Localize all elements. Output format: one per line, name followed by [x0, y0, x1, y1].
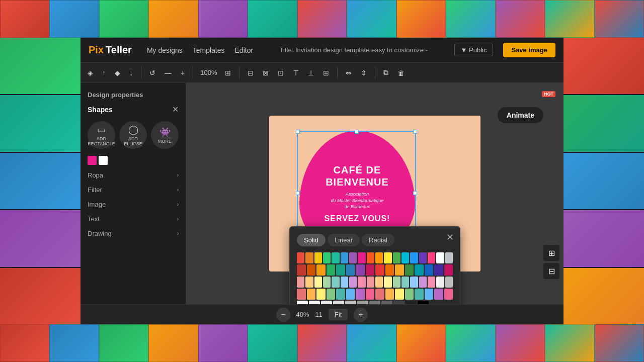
- toolbar-delete[interactable]: 🗑: [394, 67, 408, 79]
- toolbar-align-left[interactable]: ⊟: [245, 67, 257, 79]
- zoom-fit-button[interactable]: Fit: [329, 309, 348, 320]
- toolbar-up-icon[interactable]: ↑: [99, 67, 109, 79]
- color-swatch[interactable]: [346, 264, 355, 276]
- toolbar-diamond-icon[interactable]: ◆: [112, 67, 123, 79]
- color-swatch[interactable]: [405, 264, 414, 276]
- zoom-in-button[interactable]: +: [354, 308, 368, 322]
- color-swatch[interactable]: [434, 264, 443, 276]
- toolbar-rotate-icon[interactable]: ↺: [146, 67, 158, 79]
- toolbar-plus-icon[interactable]: +: [178, 67, 188, 79]
- nav-editor[interactable]: Editor: [235, 46, 254, 54]
- toolbar-minus-icon[interactable]: —: [162, 67, 175, 79]
- color-swatch[interactable]: [307, 289, 316, 300]
- color-swatch[interactable]: [356, 289, 365, 300]
- color-swatch[interactable]: [401, 252, 409, 263]
- color-swatch[interactable]: [336, 289, 345, 300]
- panel-item-text[interactable]: Text ›: [80, 212, 186, 226]
- color-swatch[interactable]: [357, 301, 368, 304]
- color-swatch[interactable]: [323, 252, 331, 263]
- color-swatch[interactable]: [406, 301, 417, 304]
- shapes-close-icon[interactable]: ✕: [172, 105, 179, 114]
- color-swatch[interactable]: [393, 301, 405, 304]
- canvas-area[interactable]: CAFÉ DE BIENVENUE Association du Master …: [186, 83, 564, 304]
- color-swatch[interactable]: [349, 252, 357, 263]
- toolbar-down-icon[interactable]: ↓: [126, 67, 136, 79]
- panel-item-image[interactable]: Image ›: [80, 197, 186, 212]
- color-swatch[interactable]: [395, 264, 404, 276]
- color-swatch[interactable]: [323, 277, 331, 288]
- resize-contract-button[interactable]: ⊟: [543, 263, 559, 279]
- tab-solid[interactable]: Solid: [297, 234, 326, 246]
- toolbar-group[interactable]: ⧉: [380, 66, 391, 79]
- animate-button[interactable]: Animate: [498, 107, 543, 123]
- popup-close-button[interactable]: ✕: [446, 232, 454, 243]
- color-swatch[interactable]: [425, 264, 434, 276]
- color-swatch[interactable]: [375, 277, 383, 288]
- zoom-out-button[interactable]: −: [276, 308, 290, 322]
- color-swatch[interactable]: [434, 289, 443, 300]
- tab-radial[interactable]: Radial: [362, 234, 394, 246]
- color-swatch[interactable]: [346, 289, 355, 300]
- color-swatch[interactable]: [418, 301, 429, 304]
- color-swatch[interactable]: [366, 264, 375, 276]
- panel-item-filter[interactable]: Filter ›: [80, 183, 186, 197]
- color-swatch[interactable]: [393, 277, 400, 288]
- color-swatch[interactable]: [375, 289, 384, 300]
- color-swatch[interactable]: [297, 264, 306, 276]
- color-swatch[interactable]: [445, 277, 453, 288]
- color-swatch[interactable]: [305, 277, 313, 288]
- color-swatch[interactable]: [336, 264, 345, 276]
- toolbar-align-right[interactable]: ⊡: [275, 67, 287, 79]
- color-swatch[interactable]: [316, 264, 326, 276]
- color-swatch[interactable]: [384, 277, 391, 288]
- color-swatch[interactable]: [349, 277, 357, 288]
- color-swatch[interactable]: [415, 264, 424, 276]
- resize-expand-button[interactable]: ⊞: [543, 245, 559, 261]
- color-swatch[interactable]: [327, 264, 336, 276]
- color-swatch[interactable]: [369, 301, 380, 304]
- color-swatch-white[interactable]: [99, 156, 108, 165]
- color-swatch[interactable]: [410, 252, 418, 263]
- nav-my-designs[interactable]: My designs: [147, 46, 183, 54]
- color-swatch[interactable]: [307, 264, 316, 276]
- color-swatch[interactable]: [444, 289, 453, 300]
- color-swatch[interactable]: [314, 252, 322, 263]
- toolbar-grid-icon[interactable]: ⊞: [222, 67, 234, 79]
- toolbar-flip-v[interactable]: ⇕: [358, 67, 370, 79]
- color-swatch[interactable]: [436, 277, 444, 288]
- toolbar-flip-h[interactable]: ⇔: [343, 67, 355, 79]
- color-swatch[interactable]: [445, 252, 453, 263]
- tab-linear[interactable]: Linear: [328, 234, 360, 246]
- color-swatch[interactable]: [385, 264, 394, 276]
- color-swatch[interactable]: [345, 301, 356, 304]
- color-swatch[interactable]: [375, 252, 383, 263]
- color-swatch[interactable]: [425, 289, 434, 300]
- color-swatch[interactable]: [332, 277, 339, 288]
- color-swatch[interactable]: [401, 277, 409, 288]
- toolbar-align-center[interactable]: ⊠: [260, 67, 272, 79]
- add-rectangle-button[interactable]: ▭ ADD RECTANGLE: [88, 121, 115, 149]
- color-swatch[interactable]: [356, 264, 365, 276]
- color-swatch[interactable]: [297, 301, 308, 304]
- color-swatch[interactable]: [314, 277, 322, 288]
- color-swatch[interactable]: [428, 252, 435, 263]
- color-swatch[interactable]: [375, 264, 384, 276]
- color-swatch[interactable]: [358, 252, 365, 263]
- toolbar-align-top[interactable]: ⊤: [290, 67, 302, 79]
- color-swatch[interactable]: [321, 301, 332, 304]
- add-ellipse-button[interactable]: ◯ ADD ELLIPSE: [119, 121, 147, 149]
- color-swatch[interactable]: [405, 289, 414, 300]
- color-swatch[interactable]: [367, 277, 374, 288]
- color-swatch[interactable]: [297, 252, 304, 263]
- color-swatch[interactable]: [333, 301, 344, 304]
- more-shapes-button[interactable]: 👾 MORE: [151, 121, 179, 149]
- color-swatch[interactable]: [393, 252, 400, 263]
- toolbar-shape-icon[interactable]: ◈: [85, 67, 96, 79]
- color-swatch[interactable]: [381, 301, 392, 304]
- panel-item-ropa[interactable]: Ropa ›: [80, 168, 186, 183]
- color-swatch[interactable]: [384, 252, 391, 263]
- visibility-button[interactable]: ▼ Public: [454, 44, 494, 56]
- color-swatch[interactable]: [332, 252, 339, 263]
- color-swatch[interactable]: [366, 289, 375, 300]
- color-swatch[interactable]: [444, 264, 453, 276]
